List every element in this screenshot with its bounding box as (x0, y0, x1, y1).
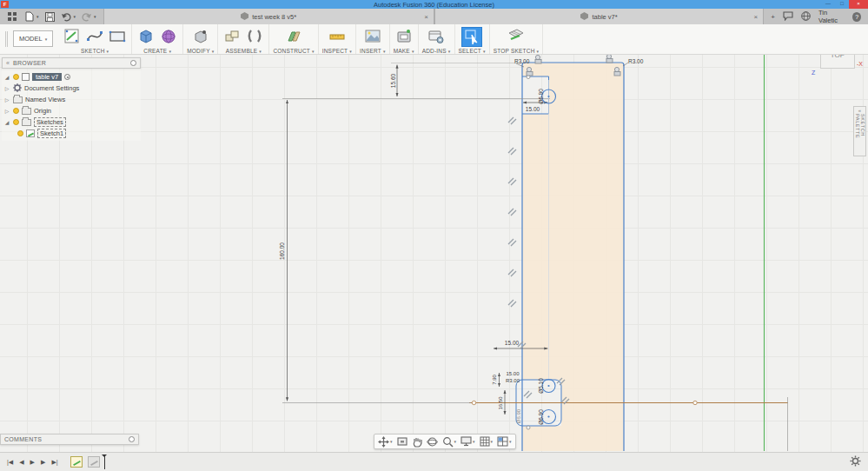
viewports-icon[interactable]: ▾ (497, 436, 512, 447)
tab-close-icon[interactable]: × (754, 13, 759, 21)
measure-button[interactable] (327, 27, 348, 47)
file-icon[interactable] (23, 11, 35, 23)
expand-arrow-icon[interactable]: ▷ (3, 85, 10, 91)
assemble-menu[interactable]: ASSEMBLE▾ (226, 48, 262, 54)
browser-row-sketch1[interactable]: Sketch1 (3, 128, 141, 139)
globe-icon[interactable] (801, 9, 811, 24)
browser-item-label[interactable]: Sketches (34, 117, 66, 127)
timeline-play-button[interactable]: ▶ (30, 459, 35, 466)
maximize-button[interactable]: □ (835, 0, 849, 9)
timeline-step-forward-button[interactable]: ▶ (41, 459, 45, 466)
new-component-button[interactable] (222, 27, 242, 47)
select-tool-button[interactable] (461, 27, 482, 47)
make-3dprint-button[interactable] (394, 27, 414, 47)
joint-button[interactable] (244, 27, 265, 47)
panel-options-icon[interactable] (130, 60, 136, 66)
extrude-button[interactable] (136, 27, 156, 47)
close-button[interactable]: × (849, 0, 868, 9)
stop-sketch-menu[interactable]: STOP SKETCH▾ (494, 48, 540, 54)
save-icon[interactable] (44, 11, 56, 23)
browser-row-origin[interactable]: ▷ Origin (3, 105, 141, 116)
stop-sketch-button[interactable] (506, 27, 527, 47)
document-tab-1[interactable]: test week 8 v5* × (103, 9, 434, 24)
new-tab-button[interactable]: + (771, 13, 775, 21)
timeline-go-start-button[interactable]: |◀ (7, 459, 13, 466)
radio-select-icon[interactable] (64, 74, 70, 80)
sketch-menu[interactable]: SKETCH▾ (81, 48, 109, 54)
orbit-icon[interactable] (427, 436, 438, 448)
visibility-bulb-icon[interactable] (13, 119, 19, 125)
comment-bubble-icon[interactable] (783, 9, 793, 24)
expand-arrow-icon[interactable]: ◢ (3, 74, 10, 80)
browser-item-label[interactable]: Document Settings (24, 84, 79, 92)
press-pull-button[interactable] (190, 27, 211, 47)
browser-row-root[interactable]: ◢ table v7 (3, 71, 141, 83)
undo-icon[interactable] (61, 11, 72, 23)
timeline-go-end-button[interactable]: ▶| (51, 459, 57, 466)
browser-row-sketches[interactable]: ◢ Sketches (3, 116, 141, 128)
browser-row-docsettings[interactable]: ▷ Document Settings (3, 83, 141, 94)
timeline-sketch-feature[interactable] (70, 456, 83, 468)
help-icon[interactable]: ? (852, 12, 861, 22)
browser-item-label[interactable]: Sketch1 (37, 129, 66, 138)
display-settings-icon[interactable]: ▾ (461, 436, 475, 447)
fusion-logo-icon[interactable]: F (1, 1, 9, 8)
zoom-icon[interactable]: ▾ (442, 436, 457, 448)
timeline-step-back-button[interactable]: ◀ (19, 459, 23, 466)
browser-item-label[interactable]: table v7 (32, 73, 62, 81)
document-tab-2[interactable]: table v7* × (434, 9, 764, 24)
inspect-menu[interactable]: INSPECT▾ (322, 48, 352, 54)
visibility-bulb-icon[interactable] (17, 130, 23, 136)
create-menu[interactable]: CREATE▾ (143, 48, 171, 54)
undo-caret-icon[interactable]: ▾ (74, 14, 76, 19)
collapse-panel-icon[interactable]: « (858, 108, 861, 113)
construct-menu[interactable]: CONSTRUCT▾ (273, 48, 314, 54)
expand-arrow-icon[interactable]: ▷ (3, 96, 10, 103)
select-menu[interactable]: SELECT▾ (459, 48, 486, 54)
construct-plane-button[interactable] (283, 27, 304, 47)
scripts-addins-button[interactable] (426, 27, 447, 47)
addins-menu[interactable]: ADD-INS▾ (422, 48, 451, 54)
app-grid-icon[interactable] (7, 11, 18, 23)
tab-close-icon[interactable]: × (424, 13, 428, 21)
pan-hand-icon[interactable] (412, 436, 422, 448)
create-form-button[interactable] (158, 27, 179, 47)
comments-header[interactable]: COMMENTS (0, 434, 139, 445)
insert-image-button[interactable] (362, 27, 383, 47)
panel-options-icon[interactable] (129, 436, 135, 442)
browser-row-namedviews[interactable]: ▷ Named Views (3, 94, 141, 105)
rectangle-tool-button[interactable] (107, 27, 128, 47)
redo-caret-icon[interactable]: ▾ (94, 14, 96, 19)
expand-arrow-icon[interactable]: ◢ (3, 119, 10, 125)
chevron-down-icon: ▾ (312, 49, 315, 54)
browser-item-label[interactable]: Named Views (25, 96, 65, 103)
modify-menu[interactable]: MODIFY▾ (187, 48, 214, 54)
tab-bar: ▾ ▾ ▾ test week 8 v5* × table v7* × + T (0, 9, 868, 24)
timeline-feature-ghost[interactable] (88, 456, 100, 468)
toolbar-grip[interactable] (5, 31, 8, 47)
browser-header[interactable]: « BROWSER (2, 57, 141, 69)
minimize-button[interactable]: — (821, 0, 835, 9)
toolbar-group-assemble: ASSEMBLE▾ (218, 24, 269, 54)
file-caret-icon[interactable]: ▾ (36, 14, 39, 19)
make-menu[interactable]: MAKE▾ (394, 48, 414, 54)
expand-arrow-icon[interactable]: ▷ (3, 108, 10, 114)
look-at-icon[interactable] (397, 436, 407, 447)
workspace-dropdown[interactable]: MODEL ▾ (13, 30, 53, 47)
folder-icon (13, 96, 23, 103)
sketch-palette-tab[interactable]: « SKETCH PALETTE (853, 106, 866, 156)
browser-item-label[interactable]: Origin (34, 107, 51, 115)
create-sketch-button[interactable] (62, 27, 83, 47)
spline-tool-button[interactable] (84, 27, 105, 47)
collapse-panel-icon[interactable]: « (6, 60, 10, 66)
timeline-position-marker[interactable] (104, 455, 105, 469)
redo-icon[interactable] (81, 11, 92, 23)
grid-snap-icon[interactable]: ▾ (480, 436, 494, 447)
chevron-down-icon: ▾ (473, 439, 475, 444)
timeline-gear-icon[interactable] (850, 454, 861, 470)
insert-menu[interactable]: INSERT▾ (360, 48, 386, 54)
visibility-bulb-icon[interactable] (13, 108, 19, 114)
user-account-button[interactable]: Tin Valetic (818, 9, 845, 24)
pan-orbit-icon[interactable]: ▾ (378, 436, 393, 448)
visibility-bulb-icon[interactable] (13, 74, 19, 80)
